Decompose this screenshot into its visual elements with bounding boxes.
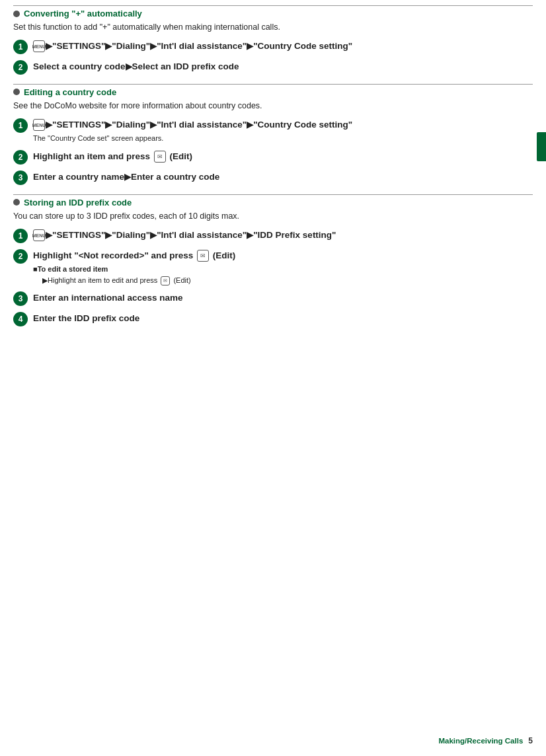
section-desc-converting: Set this function to add "+" automatical… <box>13 21 533 34</box>
section-desc-storing: You can store up to 3 IDD prefix codes, … <box>13 210 533 223</box>
bullet-icon-storing <box>13 199 20 206</box>
section-header-editing: Editing a country code <box>13 84 533 97</box>
section-title-converting: Converting "+" automatically <box>24 9 142 19</box>
step-content-storing-3: Enter an international access name <box>33 291 533 305</box>
step-editing-3: 3 Enter a country name▶Enter a country c… <box>13 170 533 185</box>
step-content-converting-2: Select a country code▶Select an IDD pref… <box>33 59 533 74</box>
footer-label: Making/Receiving Calls <box>438 737 523 745</box>
step-editing-1: 1 MENU▶"SETTINGS"▶"Dialing"▶"Int'l dial … <box>13 118 533 144</box>
step-number-1: 1 <box>13 40 28 54</box>
step-storing-1: 1 MENU▶"SETTINGS"▶"Dialing"▶"Int'l dial … <box>13 228 533 243</box>
step-content-storing-4: Enter the IDD prefix code <box>33 311 533 326</box>
step-number-2: 2 <box>13 60 28 75</box>
step-content-editing-2: Highlight an item and press ✉ (Edit) <box>33 149 533 164</box>
step-content-editing-1: MENU▶"SETTINGS"▶"Dialing"▶"Int'l dial as… <box>33 118 533 144</box>
step-content-editing-3: Enter a country name▶Enter a country cod… <box>33 170 533 184</box>
section-desc-editing: See the DoCoMo website for more informat… <box>13 100 533 112</box>
step-number-editing-1: 1 <box>13 118 28 133</box>
step-number-editing-2: 2 <box>13 150 28 165</box>
bullet-icon-editing <box>13 89 20 95</box>
page-footer: Making/Receiving Calls 5 <box>438 736 533 745</box>
step-content-storing-1: MENU▶"SETTINGS"▶"Dialing"▶"Int'l dial as… <box>33 228 533 243</box>
side-tab <box>537 132 546 161</box>
step-number-storing-4: 4 <box>13 312 28 326</box>
footer-page: 5 <box>528 736 533 745</box>
edit-icon-subnote: ✉ <box>161 276 170 285</box>
step-storing-3: 3 Enter an international access name <box>13 291 533 306</box>
edit-icon-storing-2: ✉ <box>197 250 209 262</box>
step-converting-2: 2 Select a country code▶Select an IDD pr… <box>13 59 533 75</box>
step-storing-2: 2 Highlight "<Not recorded>" and press ✉… <box>13 248 533 286</box>
step-content-storing-2: Highlight "<Not recorded>" and press ✉ (… <box>33 248 533 286</box>
menu-icon: MENU <box>33 40 45 52</box>
step-content-converting-1: MENU▶"SETTINGS"▶"Dialing"▶"Int'l dial as… <box>33 39 533 54</box>
step-number-storing-2: 2 <box>13 249 28 264</box>
step-number-storing-3: 3 <box>13 291 28 306</box>
menu-icon-editing-1: MENU <box>33 119 45 131</box>
step-subnote-editing-1: The "Country Code set" screen appears. <box>33 133 533 144</box>
step-subnote-storing-2: ■To edit a stored item ▶Highlight an ite… <box>33 264 533 285</box>
step-converting-1: 1 MENU▶"SETTINGS"▶"Dialing"▶"Int'l dial … <box>13 39 533 54</box>
bullet-icon-converting <box>13 11 20 17</box>
section-header-converting: Converting "+" automatically <box>13 5 533 19</box>
menu-icon-storing-1: MENU <box>33 229 45 241</box>
section-title-storing: Storing an IDD prefix code <box>24 198 132 208</box>
step-storing-4: 4 Enter the IDD prefix code <box>13 311 533 326</box>
edit-icon-editing-2: ✉ <box>154 151 166 163</box>
section-header-storing: Storing an IDD prefix code <box>13 194 533 208</box>
section-title-editing: Editing a country code <box>24 87 116 97</box>
step-number-editing-3: 3 <box>13 170 28 185</box>
step-number-storing-1: 1 <box>13 229 28 243</box>
step-editing-2: 2 Highlight an item and press ✉ (Edit) <box>13 149 533 165</box>
